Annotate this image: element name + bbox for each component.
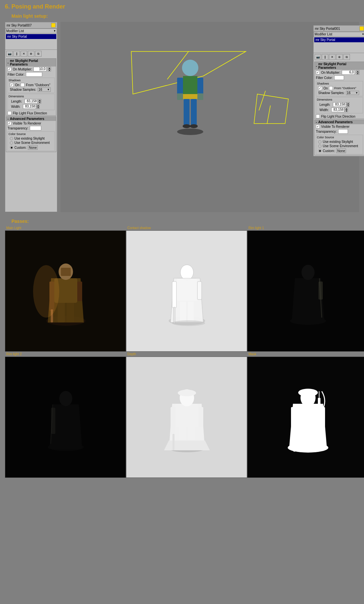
left-shadow-samples-select[interactable]: 16 ▼	[38, 88, 51, 92]
toolbar-btn-4[interactable]: ⊕	[28, 51, 34, 57]
right-samples-select[interactable]: 16 ▼	[346, 91, 359, 95]
passes-title: Passes:	[11, 219, 359, 224]
main-light-area: mr Sky Portal007 Modifier List ▼ mr Sky …	[5, 22, 359, 212]
passes-row-2: Rim light 2	[5, 352, 359, 478]
left-width-input[interactable]: 83,158	[23, 104, 36, 109]
svg-point-47	[301, 265, 315, 280]
right-panel-color-swatch[interactable]	[359, 26, 364, 31]
left-panel-title: mr Sky Portal007	[7, 24, 50, 27]
left-modifier-dropdown[interactable]: Modifier List ▼	[5, 29, 57, 33]
left-multiplier-input[interactable]: 10,0	[33, 67, 46, 71]
left-multiplier-spinner[interactable]: ▲ ▼	[48, 67, 51, 71]
left-custom-radio[interactable]	[10, 146, 13, 149]
right-multiplier-input[interactable]: 6,0	[342, 70, 355, 75]
svg-point-6	[182, 60, 198, 76]
right-visible-row: Visible To Renderer	[315, 124, 364, 129]
left-length-input[interactable]: 83,158	[25, 99, 38, 104]
left-from-outdoors-cb[interactable]	[21, 83, 25, 87]
svg-point-17	[177, 128, 203, 135]
left-use-existing-radio[interactable]	[10, 137, 13, 140]
left-on-checkbox[interactable]	[8, 67, 11, 71]
right-width-input[interactable]: 83,158	[331, 107, 344, 112]
passes-section: Passes: Main Light	[5, 219, 359, 478]
right-panel-container: mr Sky Portal001 Modifier List ▼ mr Sky …	[313, 25, 356, 156]
right-custom-row: Custom: None	[317, 148, 362, 153]
pass-depth-label: Depth	[126, 352, 247, 357]
right-flip-cb[interactable]	[316, 114, 320, 118]
right-modifier-item[interactable]: mr Sky Portal	[314, 37, 364, 42]
svg-rect-10	[197, 78, 203, 94]
right-multiplier-spinner[interactable]: ▲ ▼	[356, 70, 359, 75]
left-shadows-on-cb[interactable]	[10, 83, 14, 87]
svg-rect-12	[197, 93, 203, 100]
svg-rect-38	[197, 282, 202, 300]
svg-rect-82	[318, 398, 320, 411]
right-custom-none[interactable]: None	[336, 148, 346, 153]
left-modifier-item[interactable]: mr Sky Portal	[6, 34, 56, 39]
right-tb-3[interactable]: ✕	[329, 54, 336, 60]
left-transparency-swatch[interactable]	[30, 126, 41, 130]
svg-rect-13	[184, 99, 190, 125]
right-filter-color-row: Filter Color:	[315, 75, 364, 80]
right-visible-cb[interactable]	[316, 125, 320, 128]
right-on-cb[interactable]	[316, 70, 320, 74]
right-tb-1[interactable]: 📷	[315, 54, 321, 60]
right-width-row: Width: 83,158 ▲ ▼	[317, 107, 362, 112]
svg-rect-37	[172, 282, 176, 308]
left-panel: mr Sky Portal007 Modifier List ▼ mr Sky …	[5, 22, 57, 212]
right-use-existing-radio[interactable]	[318, 140, 321, 144]
right-modifier-dropdown[interactable]: Modifier List ▼	[314, 32, 364, 37]
left-length-spinner[interactable]: ▲ ▼	[38, 99, 41, 104]
left-panel-color-swatch[interactable]	[51, 23, 56, 28]
left-filter-color-row: Filter Color:	[6, 72, 56, 77]
left-width-spinner[interactable]: ▲ ▼	[36, 104, 40, 109]
page-container: 6. Posing and Render Main light setup: m…	[0, 0, 364, 481]
left-on-multiplier-row: On Multiplier: 10,0 ▲ ▼	[6, 67, 56, 72]
left-visible-renderer-row: Visible To Renderer	[6, 121, 56, 126]
pass-rim-light1: Rim light 1	[247, 225, 364, 352]
right-length-input[interactable]: 83,158	[333, 102, 346, 107]
toolbar-btn-5[interactable]: ⧉	[35, 51, 42, 57]
left-custom-input[interactable]: None	[28, 145, 38, 150]
left-visible-cb[interactable]	[8, 121, 11, 125]
right-transparency-swatch[interactable]	[338, 129, 348, 134]
pass-main-light-label: Main Light	[5, 225, 126, 230]
right-use-scene-radio[interactable]	[318, 145, 321, 148]
pass-main-light-image	[5, 230, 126, 352]
toolbar-btn-2[interactable]: ‖	[13, 51, 20, 57]
right-tb-2[interactable]: ‖	[322, 54, 328, 60]
pass-rim-light1-image	[247, 230, 364, 352]
left-panel-header: mr Sky Portal007	[5, 22, 57, 29]
right-outdoors-cb[interactable]	[329, 86, 333, 90]
pass-mask: Mask	[247, 352, 364, 478]
right-panel-header: mr Sky Portal001	[314, 26, 364, 32]
spin-up[interactable]: ▲	[48, 67, 51, 69]
pass-contact-shadow: Contact shadow	[126, 225, 247, 352]
svg-point-16	[190, 124, 198, 128]
pass-rim-light2-image	[5, 357, 126, 478]
left-use-scene-radio[interactable]	[10, 141, 13, 145]
right-custom-radio[interactable]	[318, 149, 321, 152]
pass-depth-image	[126, 357, 247, 478]
right-filter-swatch[interactable]	[334, 75, 344, 80]
right-tb-4[interactable]: ⊕	[336, 54, 343, 60]
toolbar-btn-3[interactable]: ✕	[21, 51, 27, 57]
left-portal-params-header: - mr Skylight Portal Parameters	[6, 59, 56, 67]
right-panel: mr Sky Portal001 Modifier List ▼ mr Sky …	[313, 25, 364, 156]
toolbar-btn-1[interactable]: 📷	[6, 51, 13, 57]
right-width-field: 83,158 ▲ ▼	[331, 107, 348, 112]
left-dimensions-section: Dimensions Length: 83,158 ▲ ▼ Width:	[8, 94, 55, 110]
pass-contact-shadow-label: Contact shadow	[126, 225, 247, 230]
svg-marker-66	[164, 440, 210, 450]
svg-rect-69	[198, 407, 203, 427]
svg-point-78	[298, 389, 318, 397]
spin-down[interactable]: ▼	[48, 69, 51, 71]
right-shadows-on-cb[interactable]	[318, 86, 322, 90]
left-filter-color-swatch[interactable]	[26, 72, 42, 77]
left-flip-cb[interactable]	[8, 111, 11, 115]
svg-point-56	[59, 391, 72, 406]
pass-depth: Depth	[126, 352, 247, 478]
right-tb-5[interactable]: ⧉	[343, 54, 350, 60]
pass-rim-light2: Rim light 2	[5, 352, 126, 478]
left-width-field: 83,158 ▲ ▼	[23, 104, 40, 109]
